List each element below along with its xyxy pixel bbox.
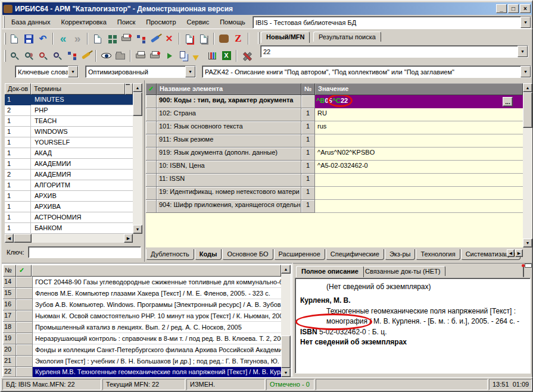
tab-ekz-ry[interactable]: Экз-ры — [385, 249, 416, 260]
field-edit-ellipsis-button[interactable]: ... — [503, 97, 513, 106]
worksheet-grid-icon[interactable] — [105, 32, 119, 46]
new-field-icon[interactable] — [91, 32, 105, 46]
result-row[interactable]: 14ГОСТ 20448-90 Газы углеводородные сжиж… — [3, 277, 281, 288]
tab-search-results[interactable]: Результаты поиска — [313, 32, 381, 42]
settings-tools-icon[interactable] — [239, 49, 254, 63]
search-tree-icon[interactable] — [64, 49, 79, 63]
mfn-input[interactable]: 22 ▼ — [260, 45, 528, 58]
field-row[interactable]: 900: Коды : тип, вид, характер документа… — [146, 95, 523, 108]
panel-grip[interactable] — [258, 32, 260, 44]
dictionary-selector[interactable]: Ключевые слова ▼ — [15, 65, 79, 78]
result-row-selected[interactable]: 22Курленя М.В. Техногенные геомеханическ… — [3, 367, 281, 377]
result-row[interactable]: 20Фонды и коллекции Санкт-Петербургского… — [3, 344, 281, 356]
tab-rasshirennoe[interactable]: Расширенное — [274, 249, 325, 260]
term-row[interactable]: 1АКАД — [5, 148, 133, 159]
pin-button[interactable] — [125, 83, 133, 95]
export-icon[interactable] — [162, 49, 176, 63]
clear-search-icon[interactable] — [79, 49, 93, 63]
tab-kody[interactable]: Коды — [195, 249, 222, 260]
term-row[interactable]: 1АРХИВ — [5, 191, 133, 202]
irbis-cat-icon[interactable] — [217, 32, 231, 46]
field-tree-icon[interactable] — [133, 32, 148, 46]
tab-full-description[interactable]: Полное описание — [296, 266, 364, 277]
minimize-button[interactable]: _ — [496, 4, 507, 13]
terms-header-term[interactable]: Термины — [31, 83, 125, 95]
print-icon[interactable] — [133, 49, 148, 63]
result-row[interactable]: 19Неразрушающий контроль : справочник в … — [3, 333, 281, 344]
database-dropdown-icon[interactable]: ▼ — [520, 17, 531, 28]
search-icon[interactable] — [7, 49, 21, 63]
excel-icon[interactable]: X — [219, 49, 233, 63]
field-row[interactable]: 919: Язык документа (дополн. данные)1^Ar… — [146, 148, 523, 161]
results-vscrollbar[interactable]: ▲ ▼ — [281, 265, 291, 377]
prev-record-icon[interactable]: « — [56, 32, 70, 46]
next-record-icon[interactable]: » — [70, 32, 85, 46]
title-bar[interactable]: ИРБИС64 - АРМ "Каталогизатор" - Демонстр… — [2, 2, 532, 15]
search-edit-icon[interactable] — [36, 49, 50, 63]
terms-scroll-up-icon[interactable]: ▲ — [133, 83, 142, 92]
term-row[interactable]: 1АЛГОРИТМ — [5, 180, 133, 191]
field-row[interactable]: 911: Язык резюме1 — [146, 134, 523, 148]
result-row[interactable]: 16Зубов А.В. Компьютер. Windows. Програм… — [3, 299, 281, 311]
results-header-check-icon[interactable]: ✓ — [16, 265, 32, 277]
new-record-icon[interactable] — [7, 32, 21, 46]
print-description-icon[interactable] — [523, 266, 524, 277]
tabs-scroll-left-icon[interactable]: ◀ — [507, 249, 515, 257]
fields-vscrollbar[interactable]: ▲ ▼ — [523, 83, 532, 247]
delete-record-icon[interactable]: ✕ — [162, 32, 176, 46]
z3950-icon[interactable]: Z — [231, 32, 245, 46]
results-scroll-thumb[interactable] — [281, 335, 291, 368]
results-scroll-down-icon[interactable]: ▼ — [281, 368, 291, 377]
term-row[interactable]: 1WINDOWS — [5, 127, 133, 137]
print-record-icon[interactable] — [119, 32, 133, 46]
terms-vscrollbar[interactable]: ▲ ▼ — [133, 83, 142, 234]
send-icon[interactable] — [191, 49, 205, 63]
menu-grip[interactable] — [3, 16, 5, 28]
field-row[interactable]: 102: Страна1RU — [146, 108, 523, 121]
mark-record-icon[interactable] — [182, 32, 197, 46]
toolbar-grip[interactable] — [4, 33, 6, 45]
term-row[interactable]: 1MINUTES — [5, 95, 133, 105]
close-button[interactable]: × — [520, 4, 531, 13]
open-folder-icon[interactable] — [113, 49, 127, 63]
term-row[interactable]: 1TEACH — [5, 116, 133, 127]
field-row[interactable]: 101: Язык основного текста1rus — [146, 121, 523, 134]
tab-osnovnoe-bo[interactable]: Основное БО — [222, 249, 273, 260]
result-row[interactable]: 21Экология [Текст] : учебник / В. Н. Бол… — [3, 356, 281, 367]
field-row[interactable]: 11: ISSN1 — [146, 174, 523, 187]
term-row[interactable]: 1YOURSELF — [5, 137, 133, 148]
mfn-dropdown-icon[interactable]: ▼ — [518, 46, 528, 57]
worksheet-selector[interactable]: PAZK42 - Описание книги "Под автором", "… — [202, 65, 531, 78]
menu-help[interactable]: Помощь — [214, 15, 251, 29]
toolbar-grip2[interactable] — [4, 50, 6, 62]
fields-scroll-down-icon[interactable]: ▼ — [523, 239, 532, 247]
term-row[interactable]: 1БАНКОМ — [5, 223, 133, 234]
results-header-main[interactable] — [32, 265, 281, 277]
tab-tehnologiya[interactable]: Технология — [416, 249, 460, 260]
search-mode-selector[interactable]: Оптимизированный ▼ — [85, 65, 196, 78]
edit-record-icon[interactable] — [148, 32, 162, 46]
terms-scroll-down-icon[interactable]: ▼ — [133, 225, 142, 234]
result-row[interactable]: 15Фленов М.Е. Компьютер глазами Хакера [… — [3, 288, 281, 299]
results-header-num[interactable]: № — [3, 265, 16, 277]
field-row[interactable]: 19: Идентификац. номер нетекстового мате… — [146, 187, 523, 200]
field-row[interactable]: 904: Шифр приложения, хранящегося отдель… — [146, 200, 523, 213]
fields-scroll-up-icon[interactable]: ▲ — [523, 83, 532, 92]
tab-specificheskie[interactable]: Специфические — [326, 249, 384, 260]
search-mode-dropdown-icon[interactable]: ▼ — [185, 66, 195, 77]
statistics-icon[interactable] — [205, 49, 219, 63]
undo-icon[interactable]: ↶ — [36, 32, 50, 46]
worksheet-dropdown-icon[interactable]: ▼ — [520, 66, 531, 77]
key-input[interactable] — [28, 246, 141, 258]
fields-header-value[interactable]: Значение — [315, 83, 523, 95]
term-row[interactable]: 2АКАДЕМИЯ — [5, 170, 133, 180]
result-row[interactable]: 17Ньюман К. Освой самостоятельно PHP. 10… — [3, 311, 281, 322]
tab-new-mfn[interactable]: Новый/MFN — [261, 32, 310, 43]
search-double-icon[interactable] — [21, 49, 36, 63]
term-row[interactable]: 1АКАДЕМИИ — [5, 159, 133, 170]
tab-linked-docs[interactable]: Связанные док-ты (НЕТ) — [360, 266, 445, 276]
terms-scroll-thumb[interactable] — [133, 92, 142, 116]
fields-header-num[interactable]: № — [301, 83, 315, 95]
result-row[interactable]: 18Промышленный катализ в лекциях. Вып. 2… — [3, 322, 281, 333]
save-record-icon[interactable] — [21, 32, 36, 46]
